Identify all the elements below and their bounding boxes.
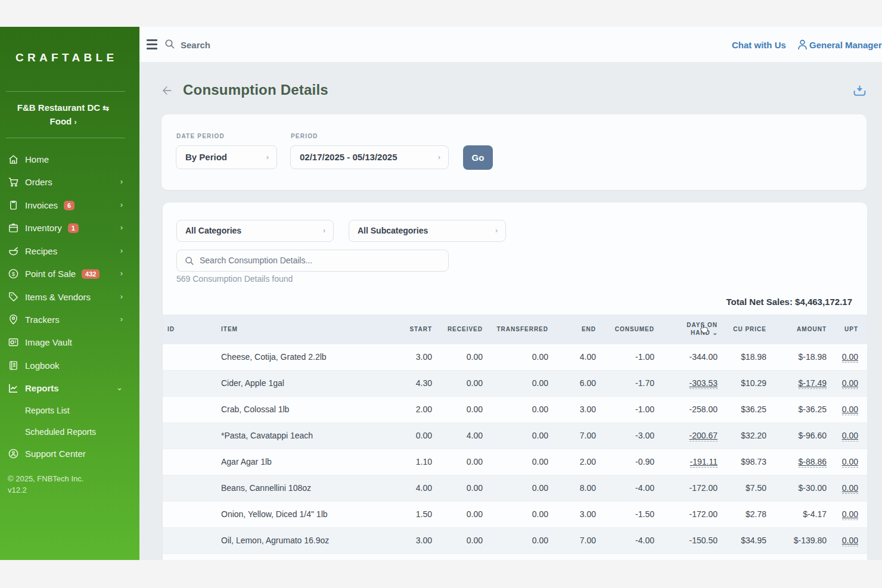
- svg-text:$: $: [12, 270, 15, 277]
